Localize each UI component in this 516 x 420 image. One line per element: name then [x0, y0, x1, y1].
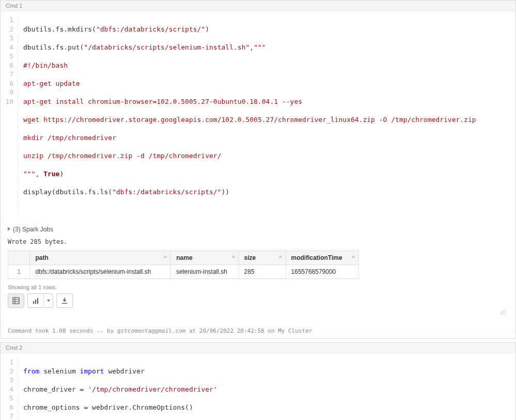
cell-output: (3) Spark Jobs Wrote 285 bytes. path nam… [1, 219, 515, 325]
output-text: Wrote 285 bytes. [8, 238, 508, 245]
results-table: path name size modificationTime 1 dbfs:/… [8, 251, 359, 279]
svg-rect-5 [35, 300, 36, 304]
col-path[interactable]: path [30, 251, 171, 265]
resize-handle[interactable] [8, 308, 508, 318]
cell-1: Cmd 1 1 2 3 4 5 6 7 8 9 10 dbutils.fs.mk… [0, 0, 516, 339]
resize-icon [500, 309, 505, 315]
sort-icon [163, 255, 167, 258]
output-toolbar [8, 293, 508, 308]
chevron-right-icon [8, 227, 10, 231]
sort-icon [231, 255, 236, 258]
line-gutter: 1 2 3 4 5 6 7 8 9 10 11 12 13 [1, 357, 18, 420]
cell-header[interactable]: Cmd 2 [1, 343, 515, 353]
bar-chart-icon [32, 297, 39, 304]
sort-icon [278, 255, 283, 258]
table-view-button[interactable] [8, 293, 24, 308]
code-editor[interactable]: 1 2 3 4 5 6 7 8 9 10 dbutils.fs.mkdirs("… [1, 11, 515, 219]
row-summary: Showing all 1 rows. [8, 284, 508, 290]
code-content[interactable]: dbutils.fs.mkdirs("dbfs:/databricks/scri… [18, 15, 476, 214]
table-row[interactable]: 1 dbfs:/databricks/scripts/selenium-inst… [8, 265, 359, 279]
table-header-row: path name size modificationTime [8, 251, 359, 265]
col-index[interactable] [8, 251, 30, 265]
chevron-down-icon [47, 300, 50, 302]
cell-2: Cmd 2 1 2 3 4 5 6 7 8 9 10 11 12 13 from… [0, 342, 516, 420]
chart-dropdown-toggle[interactable] [43, 294, 53, 307]
svg-rect-0 [13, 298, 19, 304]
svg-rect-6 [37, 298, 38, 304]
sort-icon [351, 255, 355, 258]
table-icon [12, 297, 20, 304]
cell-header[interactable]: Cmd 1 [1, 1, 515, 11]
chart-view-button[interactable] [27, 293, 53, 308]
download-icon [61, 297, 68, 304]
col-name[interactable]: name [171, 251, 239, 265]
code-editor[interactable]: 1 2 3 4 5 6 7 8 9 10 11 12 13 from selen… [1, 353, 515, 420]
spark-jobs-toggle[interactable]: (3) Spark Jobs [8, 226, 508, 233]
download-button[interactable] [56, 293, 73, 308]
line-gutter: 1 2 3 4 5 6 7 8 9 10 [1, 15, 18, 214]
code-content[interactable]: from selenium import webdriver chrome_dr… [18, 357, 347, 420]
command-footer: Command took 1.08 seconds -- by gstcomen… [1, 325, 515, 338]
col-size[interactable]: size [239, 251, 286, 265]
svg-rect-4 [33, 301, 34, 304]
col-mtime[interactable]: modificationTime [286, 251, 358, 265]
